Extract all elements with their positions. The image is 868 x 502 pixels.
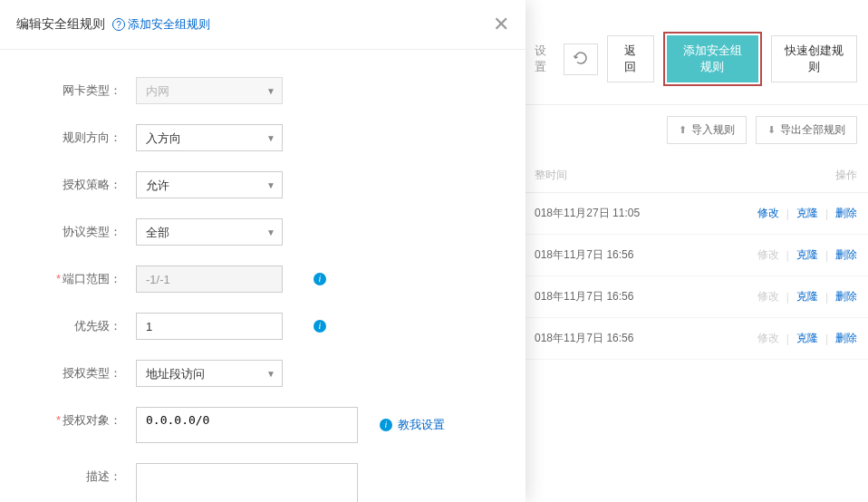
row-date: 018年11月27日 11:05 — [535, 206, 757, 221]
auth-object-input[interactable] — [136, 407, 358, 443]
clone-link[interactable]: 克隆 — [796, 289, 818, 304]
table-row: 018年11月7日 16:56修改|克隆|删除 — [524, 235, 868, 276]
info-icon[interactable]: i — [313, 273, 326, 285]
refresh-button[interactable] — [564, 43, 598, 75]
auth-object-label: *授权对象： — [18, 407, 136, 429]
row-auth-type: 授权类型： 地址段访问 ▼ — [18, 360, 507, 387]
quick-create-rule-button[interactable]: 快速创建规则 — [771, 35, 857, 82]
modal-title-link[interactable]: ? 添加安全组规则 — [112, 16, 210, 33]
col-action: 操作 — [835, 168, 857, 183]
help-icon: ? — [112, 18, 125, 31]
row-date: 018年11月7日 16:56 — [535, 247, 757, 263]
modify-link: 修改 — [757, 289, 779, 304]
modify-link: 修改 — [757, 247, 779, 263]
modal-title-link-text: 添加安全组规则 — [128, 16, 210, 33]
description-label: 描述： — [18, 463, 136, 485]
port-range-label: *端口范围： — [18, 265, 136, 287]
row-port-range: *端口范围： i — [18, 265, 507, 293]
info-icon[interactable]: i — [313, 320, 326, 333]
delete-link[interactable]: 删除 — [835, 247, 857, 263]
highlight-box: 添加安全组规则 — [663, 32, 762, 86]
download-icon: ⬇ — [767, 124, 776, 136]
row-priority: 优先级： i — [18, 313, 507, 340]
row-date: 018年11月7日 16:56 — [535, 289, 757, 304]
rule-direction-select[interactable]: 入方向 — [136, 124, 283, 151]
info-icon: i — [380, 419, 392, 431]
modify-link[interactable]: 修改 — [757, 206, 779, 221]
bg-toolbar: 设置 返回 添加安全组规则 快速创建规则 — [524, 0, 868, 105]
row-auth-object: *授权对象： i 教我设置 — [18, 407, 507, 443]
back-button[interactable]: 返回 — [607, 35, 654, 82]
row-date: 018年11月7日 16:56 — [535, 331, 757, 346]
refresh-icon — [574, 51, 588, 65]
delete-link[interactable]: 删除 — [835, 289, 857, 304]
auth-type-select[interactable]: 地址段访问 — [136, 360, 283, 387]
import-rules-button[interactable]: ⬆ 导入规则 — [667, 116, 747, 144]
export-rules-button[interactable]: ⬇ 导出全部规则 — [756, 116, 857, 144]
row-rule-direction: 规则方向： 入方向 ▼ — [18, 124, 507, 151]
row-description: 描述： 长度为2-256个字符，不能以http://或https://开头。 — [18, 463, 507, 502]
row-protocol-type: 协议类型： 全部 ▼ — [18, 218, 507, 246]
form: 网卡类型： 内网 ▼ 规则方向： 入方向 ▼ 授权策略： 允许 — [0, 50, 526, 502]
nic-type-select: 内网 — [136, 77, 283, 104]
protocol-type-select[interactable]: 全部 — [136, 218, 283, 246]
clone-link[interactable]: 克隆 — [796, 247, 818, 263]
priority-input[interactable] — [136, 313, 283, 340]
auth-type-label: 授权类型： — [18, 360, 136, 381]
modify-link: 修改 — [757, 331, 779, 346]
modal-header: 编辑安全组规则 ? 添加安全组规则 ✕ — [0, 0, 526, 50]
row-actions: 修改|克隆|删除 — [757, 289, 857, 304]
auth-policy-label: 授权策略： — [18, 171, 136, 193]
background-page: 设置 返回 添加安全组规则 快速创建规则 ⬆ 导入规则 ⬇ 导出全部规则 整时间… — [524, 0, 868, 502]
import-label: 导入规则 — [691, 122, 735, 138]
bg-table-header: 整时间 操作 — [524, 151, 868, 193]
row-auth-policy: 授权策略： 允许 ▼ — [18, 171, 507, 198]
modal-title-text: 编辑安全组规则 — [16, 16, 105, 33]
auth-policy-select[interactable]: 允许 — [136, 171, 283, 198]
col-time: 整时间 — [535, 168, 567, 183]
bg-secondary-row: ⬆ 导入规则 ⬇ 导出全部规则 — [524, 105, 868, 151]
table-row: 018年11月27日 11:05修改|克隆|删除 — [524, 193, 868, 235]
export-label: 导出全部规则 — [780, 122, 845, 138]
edit-rule-modal: 编辑安全组规则 ? 添加安全组规则 ✕ 网卡类型： 内网 ▼ 规则方向： 入方 — [0, 0, 526, 502]
teach-me-link[interactable]: i 教我设置 — [380, 417, 445, 433]
row-actions: 修改|克隆|删除 — [757, 247, 857, 263]
delete-link[interactable]: 删除 — [835, 331, 857, 346]
clone-link[interactable]: 克隆 — [796, 206, 818, 221]
port-range-input — [136, 265, 283, 293]
row-actions: 修改|克隆|删除 — [757, 206, 857, 221]
bg-settings-text: 设置 — [535, 43, 555, 75]
modal-title: 编辑安全组规则 ? 添加安全组规则 — [16, 16, 210, 33]
row-nic-type: 网卡类型： 内网 ▼ — [18, 77, 507, 104]
clone-link[interactable]: 克隆 — [796, 331, 818, 346]
priority-label: 优先级： — [18, 313, 136, 334]
add-security-rule-button[interactable]: 添加安全组规则 — [667, 35, 758, 82]
upload-icon: ⬆ — [679, 124, 687, 136]
nic-type-label: 网卡类型： — [18, 77, 136, 99]
table-row: 018年11月7日 16:56修改|克隆|删除 — [524, 276, 868, 318]
rule-direction-label: 规则方向： — [18, 124, 136, 146]
teach-me-text: 教我设置 — [398, 417, 445, 433]
protocol-type-label: 协议类型： — [18, 218, 136, 240]
delete-link[interactable]: 删除 — [835, 206, 857, 221]
row-actions: 修改|克隆|删除 — [757, 331, 857, 346]
close-icon[interactable]: ✕ — [493, 13, 509, 36]
table-row: 018年11月7日 16:56修改|克隆|删除 — [524, 318, 868, 360]
description-input[interactable] — [136, 463, 358, 502]
